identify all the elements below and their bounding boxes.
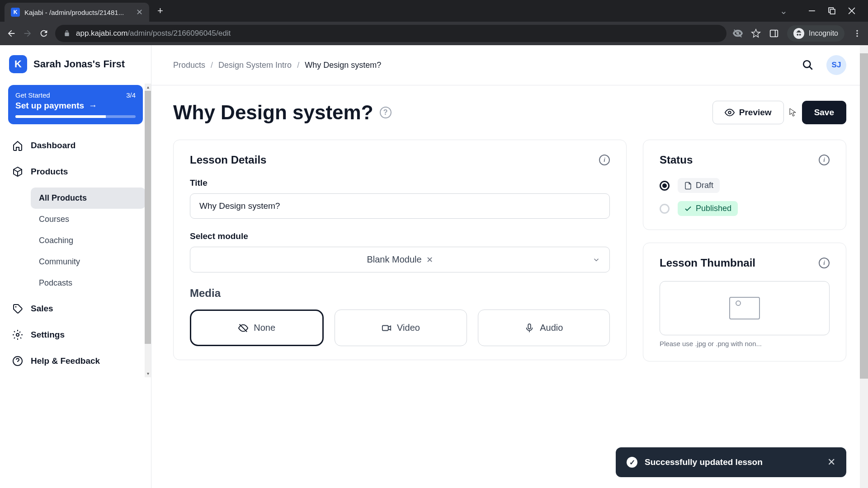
eye-off-icon[interactable] <box>733 28 743 38</box>
media-video-option[interactable]: Video <box>335 310 467 346</box>
info-icon[interactable]: i <box>819 258 830 268</box>
sub-all-products[interactable]: All Products <box>31 188 146 209</box>
get-started-card[interactable]: Get Started 3/4 Set up payments → <box>8 85 143 124</box>
module-value: Blank Module <box>367 254 421 265</box>
menu-dots-icon[interactable] <box>853 29 862 38</box>
module-select[interactable]: Blank Module ✕ <box>190 247 610 272</box>
thumbnail-upload[interactable] <box>660 281 830 335</box>
check-icon <box>684 205 692 213</box>
media-none-option[interactable]: None <box>190 310 324 346</box>
svg-rect-16 <box>382 325 388 330</box>
panel-icon[interactable] <box>769 28 779 38</box>
lock-icon <box>63 30 71 37</box>
toast-close-icon[interactable]: ✕ <box>827 456 835 468</box>
help-circle-icon[interactable]: ? <box>380 107 392 118</box>
window-maximize-icon[interactable] <box>828 7 835 14</box>
media-video-label: Video <box>397 323 420 333</box>
sidebar: K Sarah Jonas's First Get Started 3/4 Se… <box>0 45 151 488</box>
toast-message: Successfully updated lesson <box>645 457 820 467</box>
module-label: Select module <box>190 231 610 241</box>
nav-dashboard[interactable]: Dashboard <box>5 134 146 157</box>
save-button[interactable]: Save <box>802 101 846 124</box>
eye-icon <box>725 108 735 117</box>
sub-community[interactable]: Community <box>31 251 146 272</box>
nav-sales[interactable]: Sales <box>5 297 146 320</box>
get-started-action: Set up payments <box>15 101 84 111</box>
tab-close-icon[interactable]: ✕ <box>136 7 143 17</box>
preview-label: Preview <box>739 108 772 117</box>
crumb-product[interactable]: Design System Intro <box>218 61 292 70</box>
breadcrumb-sep: / <box>211 61 213 70</box>
toast-notification: ✓ Successfully updated lesson ✕ <box>616 447 846 477</box>
tab-title: Kajabi - /admin/products/21481... <box>24 9 132 16</box>
window-minimize-icon[interactable] <box>808 7 816 14</box>
info-icon[interactable]: i <box>819 155 830 165</box>
published-label: Published <box>696 204 731 213</box>
media-audio-option[interactable]: Audio <box>478 310 610 346</box>
svg-point-15 <box>728 111 731 114</box>
svg-point-10 <box>15 306 17 308</box>
status-published-option[interactable]: Published <box>660 201 830 216</box>
nav-settings[interactable]: Settings <box>5 324 146 346</box>
preview-button[interactable]: Preview <box>712 101 784 124</box>
lesson-details-card: Lesson Details i Title Select module Bla… <box>173 140 627 360</box>
nav-label: Help & Feedback <box>31 356 100 366</box>
breadcrumbs: Products / Design System Intro / Why Des… <box>173 61 381 70</box>
brand[interactable]: K Sarah Jonas's First <box>5 53 146 80</box>
status-draft-option[interactable]: Draft <box>660 178 830 193</box>
svg-rect-17 <box>528 324 531 328</box>
draft-label: Draft <box>696 181 713 190</box>
help-icon <box>12 355 24 367</box>
info-icon[interactable]: i <box>599 155 610 165</box>
nav-label: Sales <box>31 304 53 314</box>
title-input[interactable] <box>190 193 610 219</box>
incognito-icon <box>793 28 804 39</box>
svg-point-13 <box>803 61 810 67</box>
window-close-icon[interactable] <box>848 7 855 14</box>
clear-module-icon[interactable]: ✕ <box>426 255 433 265</box>
radio-unchecked-icon <box>660 204 670 214</box>
tabs-chevron-icon[interactable]: ⌄ <box>780 5 788 16</box>
media-audio-label: Audio <box>540 323 563 333</box>
video-icon <box>382 323 392 333</box>
gear-icon <box>12 329 24 341</box>
check-circle-icon: ✓ <box>627 457 637 468</box>
nav-label: Dashboard <box>31 141 75 150</box>
search-icon <box>802 59 814 71</box>
main-content: Products / Design System Intro / Why Des… <box>151 45 868 488</box>
star-icon[interactable] <box>751 28 761 38</box>
svg-point-9 <box>856 35 858 37</box>
address-bar: app.kajabi.com/admin/posts/2166096045/ed… <box>0 22 868 45</box>
sub-courses[interactable]: Courses <box>31 209 146 230</box>
user-avatar[interactable]: SJ <box>826 55 846 75</box>
new-tab-button[interactable]: + <box>157 5 163 17</box>
nav-label: Settings <box>31 330 65 340</box>
nav-products[interactable]: Products <box>5 160 146 183</box>
search-button[interactable] <box>802 59 814 71</box>
nav-back-button[interactable] <box>6 28 16 38</box>
title-label: Title <box>190 178 610 188</box>
crumb-products[interactable]: Products <box>173 61 205 70</box>
cursor-icon <box>789 108 797 117</box>
svg-point-11 <box>16 333 19 336</box>
nav-reload-button[interactable] <box>39 28 49 38</box>
thumbnail-card: Lesson Thumbnail i Please use .jpg or .p… <box>643 243 846 361</box>
sidebar-scrollbar[interactable]: ▴ ▾ <box>145 84 151 377</box>
products-submenu: All Products Courses Coaching Community … <box>5 188 146 294</box>
get-started-progress: 3/4 <box>126 91 136 99</box>
sub-podcasts[interactable]: Podcasts <box>31 272 146 294</box>
document-icon <box>684 182 692 190</box>
nav-help[interactable]: Help & Feedback <box>5 350 146 372</box>
incognito-badge[interactable]: Incognito <box>787 25 844 42</box>
url-input[interactable]: app.kajabi.com/admin/posts/2166096045/ed… <box>55 25 726 42</box>
sub-coaching[interactable]: Coaching <box>31 230 146 251</box>
status-heading: Status <box>660 154 693 166</box>
status-card: Status i Draft <box>643 140 846 230</box>
page-header: Why Design system? ? Preview Save <box>173 101 846 124</box>
svg-rect-2 <box>830 9 835 14</box>
browser-tab[interactable]: K Kajabi - /admin/products/21481... ✕ <box>5 3 149 22</box>
main-scrollbar[interactable] <box>860 45 868 488</box>
nav-forward-button[interactable] <box>23 28 33 38</box>
save-label: Save <box>814 108 834 117</box>
microphone-icon <box>524 323 534 333</box>
